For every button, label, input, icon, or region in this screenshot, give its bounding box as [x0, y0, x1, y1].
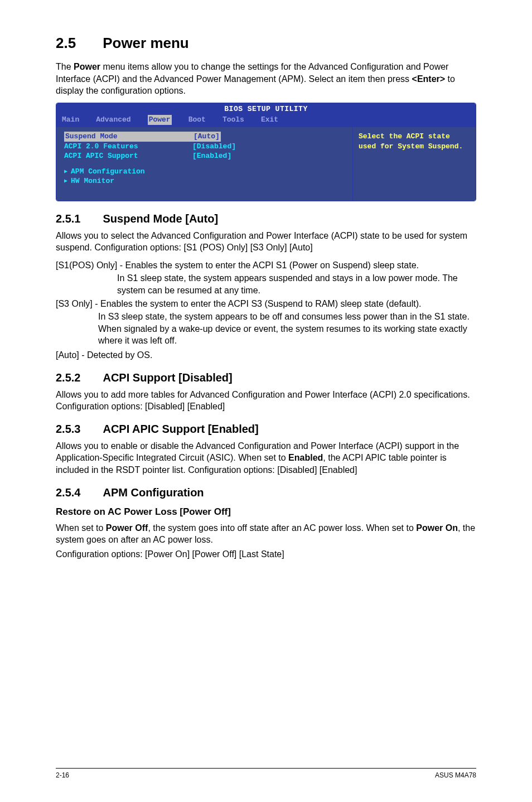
section-title: 2.5 Power menu	[56, 33, 476, 53]
bios-row-suspend-mode[interactable]: Suspend Mode [Auto]	[64, 132, 345, 142]
body-text: When set to Power Off, the system goes i…	[56, 522, 476, 546]
bios-row-label: ACPI APIC Support	[64, 151, 192, 161]
subsection-name: ACPI APIC Support [Enabled]	[103, 422, 258, 437]
bios-screenshot: BIOS SETUP UTILITY Main Advanced Power B…	[56, 103, 476, 201]
arrow-icon: ▶	[64, 177, 67, 185]
body-text: [S1(POS) Only] - Enables the system to e…	[56, 259, 476, 272]
bios-row-value: [Auto]	[192, 132, 221, 142]
bios-help-panel: Select the ACPI state used for System Su…	[353, 127, 476, 201]
page-number: 2-16	[56, 771, 69, 780]
bios-tab-advanced[interactable]: Advanced	[96, 115, 130, 125]
bios-submenu-hwmonitor[interactable]: ▶ HW Monitor	[64, 176, 345, 186]
bios-row-value: [Enabled]	[192, 151, 231, 161]
product-name: ASUS M4A78	[435, 771, 476, 780]
bios-row-value: [Disabled]	[192, 142, 236, 152]
subsection-num: 2.5.2	[56, 370, 80, 385]
subsection-title: 2.5.2 ACPI Support [Disabled]	[56, 370, 476, 385]
subsection-name: APM Configuration	[103, 485, 204, 500]
bios-submenu-label: APM Configuration	[71, 167, 145, 177]
subsection-name: ACPI Support [Disabled]	[103, 370, 232, 385]
bios-row-acpi-20[interactable]: ACPI 2.0 Features [Disabled]	[64, 142, 345, 152]
body-text: [S3 Only] - Enables the system to enter …	[56, 298, 476, 310]
arrow-icon: ▶	[64, 168, 67, 176]
subsection-num: 2.5.4	[56, 485, 80, 500]
intro-paragraph: The Power menu items allow you to change…	[56, 61, 476, 97]
bios-tab-power[interactable]: Power	[148, 115, 172, 125]
subsection-title: 2.5.3 ACPI APIC Support [Enabled]	[56, 422, 476, 437]
section-number: 2.5	[56, 33, 76, 53]
bios-main-panel: Suspend Mode [Auto] ACPI 2.0 Features [D…	[56, 127, 353, 201]
body-text: Allows you to enable or disable the Adva…	[56, 440, 476, 476]
bios-tab-boot[interactable]: Boot	[188, 115, 206, 125]
body-text: Allows you to add more tables for Advanc…	[56, 389, 476, 413]
bios-row-acpi-apic[interactable]: ACPI APIC Support [Enabled]	[64, 151, 345, 161]
body-text: Configuration options: [Power On] [Power…	[56, 548, 476, 561]
bios-submenu-apm[interactable]: ▶ APM Configuration	[64, 167, 345, 177]
bios-header: BIOS SETUP UTILITY Main Advanced Power B…	[56, 103, 476, 127]
body-text: [Auto] - Detected by OS.	[56, 349, 476, 361]
subsection-title: 2.5.1 Suspend Mode [Auto]	[56, 211, 476, 226]
subsection-num: 2.5.3	[56, 422, 80, 437]
subsection-title: 2.5.4 APM Configuration	[56, 485, 476, 500]
bios-tab-exit[interactable]: Exit	[261, 115, 278, 125]
bios-row-label: ACPI 2.0 Features	[64, 142, 192, 152]
subsection-num: 2.5.1	[56, 211, 80, 226]
bios-submenu-label: HW Monitor	[71, 176, 114, 186]
sub-subsection-title: Restore on AC Power Loss [Power Off]	[56, 506, 476, 519]
page-footer: 2-16 ASUS M4A78	[56, 768, 476, 780]
section-name: Power menu	[103, 33, 189, 53]
bios-row-label: Suspend Mode	[64, 132, 192, 142]
body-text: In S3 sleep state, the system appears to…	[56, 311, 476, 347]
subsection-name: Suspend Mode [Auto]	[103, 211, 218, 226]
bios-header-title: BIOS SETUP UTILITY	[62, 104, 470, 114]
body-text: In S1 sleep state, the system appears su…	[56, 272, 476, 296]
bios-tab-main[interactable]: Main	[62, 115, 79, 125]
body-text: Allows you to select the Advanced Config…	[56, 230, 476, 254]
bios-tabs: Main Advanced Power Boot Tools Exit	[62, 115, 470, 125]
bios-tab-tools[interactable]: Tools	[223, 115, 244, 125]
